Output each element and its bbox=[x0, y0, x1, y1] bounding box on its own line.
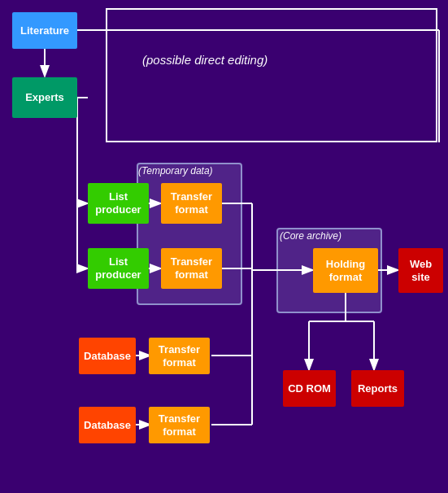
possible-direct-editing-label: (possible direct editing) bbox=[142, 53, 267, 67]
transfer-format-4-box: Transfer format bbox=[149, 407, 210, 443]
cd-rom-box: CD ROM bbox=[283, 370, 336, 407]
list-producer-2-box: List producer bbox=[88, 248, 149, 289]
web-site-box: Web site bbox=[398, 248, 443, 293]
transfer-format-2-box: Transfer format bbox=[161, 248, 222, 289]
holding-format-box: Holding format bbox=[313, 248, 378, 293]
literature-box: Literature bbox=[12, 12, 77, 49]
core-archive-label: (Core archive) bbox=[280, 230, 341, 242]
transfer-format-3-box: Transfer format bbox=[149, 338, 210, 374]
experts-box: Experts bbox=[12, 77, 77, 118]
database-2-box: Database bbox=[79, 407, 136, 443]
transfer-format-1-box: Transfer format bbox=[161, 183, 222, 224]
reports-box: Reports bbox=[351, 370, 404, 407]
direct-editing-region bbox=[106, 8, 437, 142]
list-producer-1-box: List producer bbox=[88, 183, 149, 224]
database-1-box: Database bbox=[79, 338, 136, 374]
temporary-data-label: (Temporary data) bbox=[138, 165, 213, 177]
